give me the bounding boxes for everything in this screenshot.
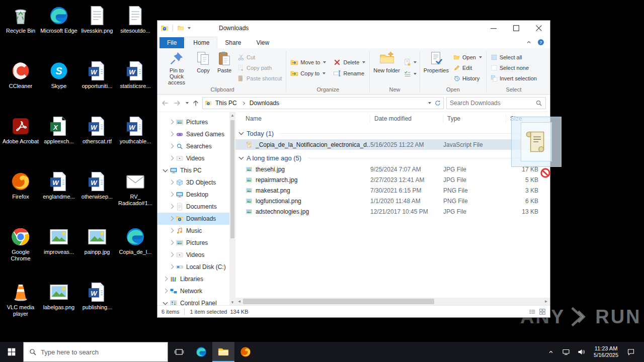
hidden-icons-button[interactable]: [544, 342, 557, 362]
desktop-icon-vlc[interactable]: VLC media player: [2, 279, 39, 334]
nav-scrollbar[interactable]: ▲ ▼: [229, 112, 235, 305]
sidebar-item-desktop[interactable]: Desktop: [157, 189, 229, 201]
tab-home[interactable]: Home: [185, 37, 217, 48]
sidebar-item-pictures[interactable]: Pictures: [157, 116, 229, 128]
desktop-icon-statisticsre[interactable]: Wstatisticsre...: [117, 57, 154, 113]
desktop-icon-livesskin[interactable]: livesskin.png: [78, 2, 116, 57]
tab-share[interactable]: Share: [217, 37, 249, 48]
sidebar-item-pictures-2[interactable]: Pictures: [157, 237, 229, 249]
expand-chevron-icon[interactable]: [169, 143, 174, 148]
desktop-icon-publishing[interactable]: Wpublishing...: [78, 279, 116, 334]
scroll-right-arrow-icon[interactable]: ►: [542, 299, 550, 304]
desktop-icon-appleexch[interactable]: Xappleexch...: [40, 113, 77, 168]
easy-access-button[interactable]: [402, 69, 418, 79]
desktop-icon-ccleaner[interactable]: CCleaner: [2, 57, 39, 113]
task-view-button[interactable]: [168, 342, 190, 362]
group-header-a-long-time-ago[interactable]: A long time ago (5): [235, 152, 550, 164]
search-icon[interactable]: [535, 100, 542, 107]
breadcrumb-separator-icon[interactable]: [242, 101, 245, 105]
search-box[interactable]: [446, 97, 546, 109]
scrollbar-thumb[interactable]: [230, 120, 234, 238]
file-row[interactable]: adstechnologies.jpg 12/21/2017 10:45 PM …: [235, 206, 550, 217]
properties-button[interactable]: Properties: [422, 49, 451, 86]
sidebar-item-downloads[interactable]: Downloads: [157, 213, 229, 225]
file-row[interactable]: logfunctional.png 1/1/2020 11:48 AM PNG …: [235, 196, 550, 206]
desktop-icon-improveas[interactable]: improveas...: [40, 223, 77, 279]
qat-customize-chevron-icon[interactable]: [188, 27, 191, 29]
taskbar-app-file-explorer[interactable]: [212, 342, 234, 362]
copy-path-button[interactable]: Copy path: [235, 63, 284, 73]
desktop-icon-google-chrome[interactable]: Google Chrome: [2, 223, 39, 279]
expand-chevron-icon[interactable]: [169, 204, 174, 209]
rename-button[interactable]: Rename: [331, 68, 368, 78]
expand-chevron-icon[interactable]: [169, 131, 174, 136]
desktop-icon-microsoft-edge[interactable]: Microsoft Edge: [40, 2, 77, 57]
collapse-chevron-icon[interactable]: [163, 300, 168, 305]
collapse-chevron-icon[interactable]: [163, 167, 168, 172]
start-button[interactable]: [0, 342, 23, 362]
qat-folder-icon[interactable]: [177, 25, 184, 32]
new-item-button[interactable]: [402, 57, 418, 67]
desktop-icon-otherscat[interactable]: Wotherscat.rtf: [78, 113, 116, 168]
recent-locations-chevron-icon[interactable]: [186, 102, 189, 104]
taskbar-search-input[interactable]: [41, 348, 163, 356]
sidebar-item-this-pc[interactable]: This PC: [157, 164, 229, 176]
sidebar-item-music[interactable]: Music: [157, 225, 229, 237]
desktop-icon-opportuniti[interactable]: Wopportuniti...: [78, 57, 116, 113]
collapse-chevron-icon[interactable]: [239, 130, 244, 135]
search-input[interactable]: [450, 100, 533, 107]
desktop-icon-englandme[interactable]: Wenglandme...: [40, 168, 77, 223]
scrollbar-thumb[interactable]: [243, 299, 434, 304]
desktop-icon-youthcable[interactable]: Wyouthcable...: [117, 113, 154, 168]
select-none-button[interactable]: Select none: [488, 63, 539, 73]
delete-button[interactable]: Delete: [331, 57, 368, 67]
expand-chevron-icon[interactable]: [169, 264, 174, 269]
breadcrumb-this-pc[interactable]: This PC: [214, 100, 238, 107]
desktop-icon-copia-de-l[interactable]: Copia_de_l...: [117, 223, 154, 279]
minimize-button[interactable]: [482, 21, 505, 36]
horizontal-scrollbar[interactable]: ◄ ►: [235, 298, 550, 305]
new-folder-button[interactable]: New folder: [371, 49, 402, 86]
back-button-icon[interactable]: [160, 99, 170, 108]
tab-view[interactable]: View: [249, 37, 277, 48]
sidebar-item-libraries[interactable]: Libraries: [157, 273, 229, 285]
cut-button[interactable]: Cut: [235, 52, 284, 63]
desktop-icon-skype[interactable]: SSkype: [40, 57, 77, 113]
file-row[interactable]: makesat.png 7/30/2021 6:15 PM PNG File 3…: [235, 185, 550, 196]
expand-chevron-icon[interactable]: [169, 216, 174, 221]
invert-selection-button[interactable]: Invert selection: [488, 73, 539, 84]
file-row[interactable]: thesehi.jpg 9/25/2024 7:07 AM JPG File 1…: [235, 164, 550, 174]
desktop-icon-adobe-acrobat[interactable]: Adobe Acrobat: [2, 113, 39, 168]
expand-chevron-icon[interactable]: [169, 228, 174, 233]
file-row[interactable]: _Copia_de_la_Notificacion_electronica_d.…: [235, 139, 550, 150]
details-view-icon[interactable]: [529, 308, 536, 315]
paste-button[interactable]: Paste: [214, 49, 235, 86]
paste-shortcut-button[interactable]: Paste shortcut: [235, 73, 284, 84]
open-button[interactable]: Open: [451, 52, 485, 63]
expand-chevron-icon[interactable]: [163, 276, 168, 281]
scroll-up-arrow-icon[interactable]: ▲: [230, 112, 234, 118]
network-tray-button[interactable]: [559, 342, 573, 362]
expand-chevron-icon[interactable]: [163, 288, 168, 293]
pin-to-quick-access-button[interactable]: Pin to Quick access: [160, 49, 193, 86]
maximize-button[interactable]: [505, 21, 527, 36]
taskbar-app-edge[interactable]: [190, 342, 212, 362]
expand-chevron-icon[interactable]: [169, 252, 174, 257]
help-icon[interactable]: ?: [537, 38, 545, 46]
move-to-button[interactable]: Move to: [288, 57, 329, 67]
scroll-down-arrow-icon[interactable]: ▼: [230, 299, 234, 305]
sidebar-item-control-panel[interactable]: Control Panel: [157, 297, 229, 305]
scroll-left-arrow-icon[interactable]: ◄: [235, 299, 243, 304]
tab-file[interactable]: File: [159, 37, 184, 48]
volume-tray-button[interactable]: [575, 342, 588, 362]
taskbar-search[interactable]: [23, 342, 168, 362]
taskbar-clock[interactable]: 11:23 AM 5/16/2025: [590, 345, 622, 358]
desktop-icon-labelgas[interactable]: labelgas.png: [40, 279, 77, 334]
sidebar-item-3d-objects[interactable]: 3D Objects: [157, 176, 229, 189]
desktop-icon-recycle-bin[interactable]: Recycle Bin: [2, 2, 39, 57]
sidebar-item-videos-2[interactable]: Videos: [157, 249, 229, 261]
expand-chevron-icon[interactable]: [169, 119, 174, 124]
address-dropdown-chevron-icon[interactable]: [428, 102, 431, 104]
up-button-icon[interactable]: [192, 99, 200, 107]
forward-button-icon[interactable]: [173, 99, 182, 108]
